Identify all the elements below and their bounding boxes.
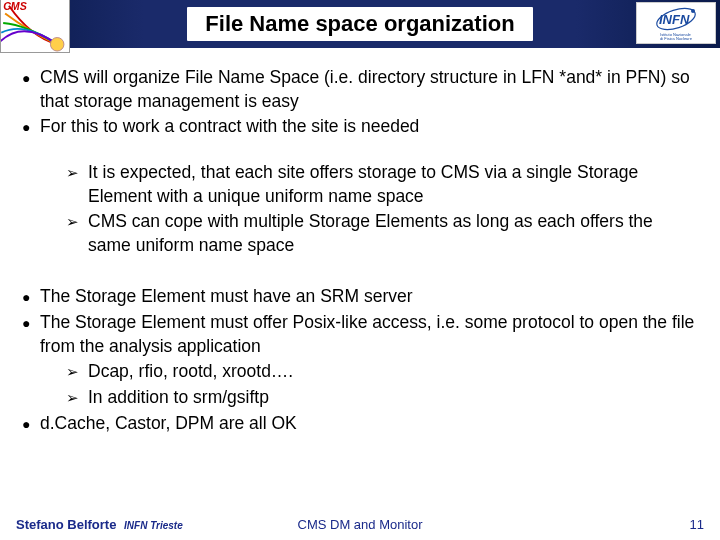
arrow-icon: ➢ (66, 161, 88, 208)
sub-bullet-item: ➢ In addition to srm/gsiftp (66, 386, 698, 410)
footer-author-block: Stefano Belforte INFN Trieste (16, 517, 183, 532)
bullet-text: d.Cache, Castor, DPM are all OK (40, 412, 698, 436)
infn-label: Istituto Nazionaledi Fisica Nucleare (660, 33, 692, 41)
sub-bullet-text: CMS can cope with multiple Storage Eleme… (88, 210, 698, 257)
bullet-item: ● The Storage Element must offer Posix-l… (22, 311, 698, 358)
bullet-dot-icon: ● (22, 66, 40, 113)
footer-institution: INFN Trieste (124, 520, 183, 531)
sub-bullet-block: ➢ Dcap, rfio, rootd, xrootd…. ➢ In addit… (22, 360, 698, 409)
footer-author: Stefano Belforte (16, 517, 116, 532)
sub-bullet-text: In addition to srm/gsiftp (88, 386, 698, 410)
slide-title: File Name space organization (187, 7, 532, 41)
sub-bullet-text: Dcap, rfio, rootd, xrootd…. (88, 360, 698, 384)
svg-point-5 (691, 9, 695, 13)
cms-logo-icon: CMS (0, 0, 70, 53)
bullet-item: ● d.Cache, Castor, DPM are all OK (22, 412, 698, 436)
slide-header: CMS File Name space organization INFN Is… (0, 0, 720, 48)
bullet-item: ● CMS will organize File Name Space (i.e… (22, 66, 698, 113)
slide-footer: Stefano Belforte INFN Trieste CMS DM and… (0, 517, 720, 532)
bullet-dot-icon: ● (22, 412, 40, 436)
infn-logo-icon: INFN Istituto Nazionaledi Fisica Nuclear… (636, 2, 716, 44)
sub-bullet-text: It is expected, that each site offers st… (88, 161, 698, 208)
sub-bullet-item: ➢ Dcap, rfio, rootd, xrootd…. (66, 360, 698, 384)
bullet-item: ● The Storage Element must have an SRM s… (22, 285, 698, 309)
bullet-dot-icon: ● (22, 311, 40, 358)
bullet-text: The Storage Element must have an SRM ser… (40, 285, 698, 309)
sub-bullet-item: ➢ CMS can cope with multiple Storage Ele… (66, 210, 698, 257)
bullet-text: CMS will organize File Name Space (i.e. … (40, 66, 698, 113)
slide-content: ● CMS will organize File Name Space (i.e… (0, 48, 720, 435)
svg-text:CMS: CMS (3, 0, 27, 12)
arrow-icon: ➢ (66, 210, 88, 257)
sub-bullet-item: ➢ It is expected, that each site offers … (66, 161, 698, 208)
svg-text:INFN: INFN (659, 12, 690, 27)
bullet-item: ● For this to work a contract with the s… (22, 115, 698, 139)
bullet-dot-icon: ● (22, 285, 40, 309)
bullet-text: The Storage Element must offer Posix-lik… (40, 311, 698, 358)
bullet-text: For this to work a contract with the sit… (40, 115, 698, 139)
sub-bullet-block: ➢ It is expected, that each site offers … (22, 161, 698, 258)
arrow-icon: ➢ (66, 360, 88, 384)
arrow-icon: ➢ (66, 386, 88, 410)
footer-page-number: 11 (690, 517, 704, 532)
svg-point-1 (50, 38, 64, 52)
footer-center-text: CMS DM and Monitor (298, 517, 423, 532)
bullet-dot-icon: ● (22, 115, 40, 139)
